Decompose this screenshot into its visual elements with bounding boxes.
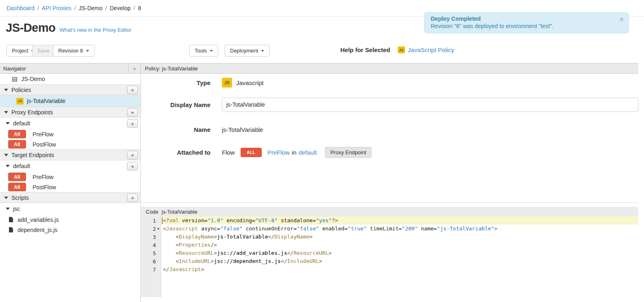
nav-item-js-totalvariable[interactable]: JS js-TotalVariable [0,95,140,107]
add-policy-button[interactable]: + [127,85,138,94]
nav-label: default [13,163,30,169]
default-endpoint-link[interactable]: default [298,149,317,156]
nav-item-proxy-preflow[interactable]: All PreFlow [0,129,140,139]
gutter-line-number: 6 [141,257,161,265]
nav-item-js-demo[interactable]: ▤ JS-Demo [0,74,140,84]
flow-in-text: in [292,149,297,156]
chevron-down-icon [86,50,89,52]
all-conditions-badge: All [8,183,26,191]
proxy-overview-icon: ▤ [12,76,18,82]
collapse-arrow-icon [4,111,8,114]
code-line[interactable]: <?xml version="1.0" encoding="UTF-8" sta… [161,217,638,225]
code-file-name: js-TotalVariable [158,209,197,215]
deployment-menu-label: Deployment [230,48,258,54]
gutter-line-number: 2▾ [141,225,161,233]
chevron-down-icon [261,50,264,52]
nav-item-jsc-folder[interactable]: jsc [0,203,140,214]
navigator-sidebar: Navigator « ▤ JS-Demo Policies + JS js-T… [0,63,141,302]
preflow-link[interactable]: PreFlow [267,149,290,156]
whats-new-link[interactable]: What's new in the Proxy Editor [59,27,131,33]
gutter-line-number: 4 [141,241,161,249]
proxy-endpoint-chip[interactable]: Proxy Endpoint [325,147,371,158]
nav-item-target-preflow[interactable]: All PreFlow [0,172,140,182]
nav-section-target-endpoints[interactable]: Target Endpoints + [0,149,140,160]
code-label: Code [141,209,158,215]
code-line[interactable]: <ResourceURL>jsc://add_variables.js</Res… [161,249,638,257]
code-line[interactable]: <Properties/> [161,241,638,249]
breadcrumb-js-demo: JS-Demo [79,5,102,11]
code-lines[interactable]: <?xml version="1.0" encoding="UTF-8" sta… [161,217,638,297]
collapse-arrow-icon [6,208,10,210]
breadcrumb-api-proxies[interactable]: API Proxies [42,5,71,11]
code-line[interactable]: </Javascript> [161,265,638,274]
breadcrumb: Dashboard/API Proxies/JS-Demo/Develop/8 [7,5,141,11]
nav-label: PostFlow [33,141,56,148]
add-proxy-endpoint-button[interactable]: + [127,108,138,116]
name-value: js-TotalVariable [222,126,263,133]
js-policy-icon: JS [222,78,232,88]
gutter-line-number: 5 [141,249,161,257]
code-editor-header: Code js-TotalVariable [141,207,638,217]
breadcrumb-separator: / [105,5,107,11]
code-editor-panel: Code js-TotalVariable 12▾34567 <?xml ver… [141,207,638,302]
nav-item-proxy-default[interactable]: default + [0,118,140,129]
close-icon[interactable]: × [620,16,624,23]
attached-to-label: Attached to [141,149,210,156]
revision-menu-label: Revision 8 [58,48,83,54]
code-line[interactable]: <Javascript async="false" continueOnErro… [161,225,638,233]
help-for-selected-label: Help for Selected [340,46,390,53]
nav-item-proxy-postflow[interactable]: All PostFlow [0,139,140,149]
flow-label: Flow [222,149,235,156]
nav-item-target-default[interactable]: default + [0,160,140,172]
code-line[interactable]: <DisplayName>js-TotalVariable</DisplayNa… [161,233,638,241]
nav-section-scripts[interactable]: Scripts + [0,192,140,203]
nav-item-add-variables-js[interactable]: add_variables.js [0,214,140,225]
code-line[interactable]: <IncludeURL>jsc://dependent_js.js</Inclu… [161,257,638,265]
gutter-line-number: 3 [141,233,161,241]
gutter-line-number: 1 [141,217,161,225]
all-conditions-badge: All [8,130,26,138]
nav-item-target-postflow[interactable]: All PostFlow [0,182,140,192]
collapse-sidebar-icon[interactable]: « [128,63,140,73]
add-target-endpoint-button[interactable]: + [127,151,138,159]
add-script-button[interactable]: + [127,193,138,202]
display-name-input[interactable] [222,98,638,112]
breadcrumb-develop: Develop [110,5,131,11]
revision-menu-button[interactable]: Revision 8 [53,45,94,57]
name-label: Name [141,126,210,133]
save-label: Save [37,48,50,54]
policy-detail-panel: Policy: js-TotalVariable Type JS Javascr… [141,63,638,203]
nav-label: JS-Demo [21,76,45,82]
breadcrumb-dashboard[interactable]: Dashboard [7,5,35,11]
nav-section-label: Target Endpoints [11,152,54,158]
all-conditions-badge: All [8,173,26,181]
nav-label: default [13,120,30,127]
fold-arrow-icon[interactable]: ▾ [156,227,161,231]
collapse-arrow-icon [4,197,8,199]
display-name-label: Display Name [141,101,210,108]
notification-message: Revision "8" was deployed to environment… [431,23,615,29]
nav-label: PreFlow [33,131,53,138]
nav-label: PreFlow [33,174,53,180]
page-title: JS-Demo [6,21,55,35]
nav-item-dependent-js-js[interactable]: dependent_js.js [0,225,140,235]
nav-section-proxy-endpoints[interactable]: Proxy Endpoints + [0,107,140,118]
nav-label: add_variables.js [18,217,59,223]
js-policy-icon: JS [16,98,24,105]
tools-menu-label: Tools [195,48,207,54]
breadcrumb-revision: 8 [138,5,141,11]
chevron-down-icon [210,50,213,52]
all-conditions-badge: ALL [241,148,262,157]
javascript-policy-help-link[interactable]: JavaScript Policy [408,46,454,53]
nav-section-policies[interactable]: Policies + [0,84,140,95]
save-button[interactable]: Save [32,45,55,57]
deployment-menu-button[interactable]: Deployment [225,45,269,57]
all-conditions-badge: All [8,140,26,149]
add-flow-button[interactable]: + [127,162,138,171]
project-menu-label: Project [12,48,28,54]
code-gutter: 12▾34567 [141,217,161,297]
policy-panel-title: Policy: js-TotalVariable [145,66,198,72]
type-label: Type [141,79,210,86]
tools-menu-button[interactable]: Tools [189,45,218,57]
add-flow-button[interactable]: + [127,119,138,128]
